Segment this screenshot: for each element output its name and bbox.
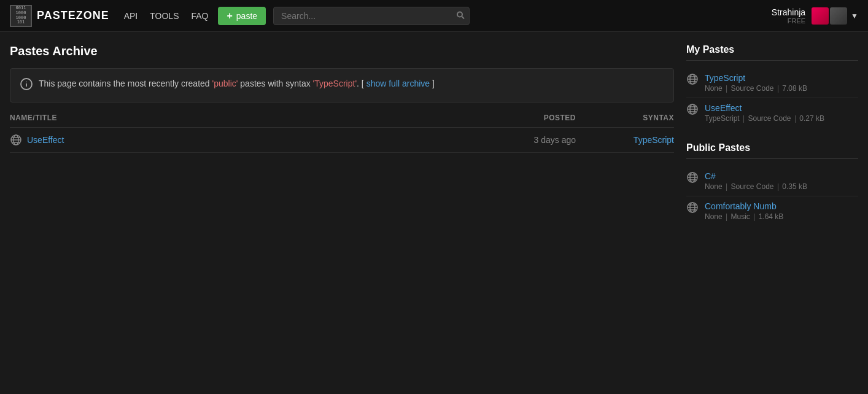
search-icon — [456, 10, 465, 19]
my-paste-meta3-1: 7.08 kB — [782, 84, 807, 93]
public-paste-meta3-1: 0.35 kB — [782, 182, 807, 191]
public-pastes-title: Public Pastes — [686, 142, 858, 159]
logo[interactable]: 0011 1000 1000 101 PASTEZONE — [10, 5, 109, 27]
nav-links: API TOOLS FAQ — [124, 11, 209, 21]
table-header: NAME/TITLE POSTED SYNTAX — [10, 107, 674, 128]
my-paste-meta1-2: TypeScript — [705, 114, 740, 123]
page-title: Pastes Archive — [10, 44, 674, 58]
content-area: Pastes Archive This page contains the mo… — [10, 44, 674, 241]
my-paste-meta-2: TypeScript | Source Code | 0.27 kB — [705, 114, 858, 123]
search-input[interactable] — [273, 7, 470, 25]
info-suffix: . [ — [357, 79, 364, 88]
svg-point-4 — [26, 82, 27, 83]
nav-api[interactable]: API — [124, 11, 138, 21]
my-paste-meta-1: None | Source Code | 7.08 kB — [705, 84, 858, 93]
col-posted-header: POSTED — [478, 114, 576, 122]
my-paste-title-2[interactable]: UseEffect — [705, 103, 858, 113]
my-paste-item-1: TypeScript None | Source Code | 7.08 kB — [686, 68, 858, 98]
svg-line-1 — [462, 17, 465, 19]
my-paste-meta3-2: 0.27 kB — [799, 114, 824, 123]
public-paste-title-2[interactable]: Comfortably Numb — [705, 201, 858, 211]
info-quote1: 'public' — [212, 79, 238, 88]
user-avatar-area[interactable]: ▼ — [812, 7, 858, 25]
paste-posted: 3 days ago — [478, 135, 576, 145]
public-paste-meta1-1: None — [705, 182, 723, 191]
info-box: This page contains the most recently cre… — [10, 68, 674, 102]
my-paste-item-2: UseEffect TypeScript | Source Code | 0.2… — [686, 98, 858, 128]
my-paste-meta2-1: Source Code — [730, 84, 773, 93]
public-paste-meta3-2: 1.64 kB — [759, 212, 784, 221]
header: 0011 1000 1000 101 PASTEZONE API TOOLS F… — [0, 0, 868, 32]
public-paste-meta2-2: Music — [730, 212, 750, 221]
public-pastes-section: Public Pastes C# None | Source Code | — [686, 142, 858, 226]
public-paste-meta-2: None | Music | 1.64 kB — [705, 212, 858, 221]
search-container — [273, 7, 470, 25]
avatar-images — [812, 7, 847, 25]
my-pastes-title: My Pastes — [686, 44, 858, 61]
public-paste-item-1: C# None | Source Code | 0.35 kB — [686, 166, 858, 196]
col-name-header: NAME/TITLE — [10, 114, 478, 122]
paste-name-cell: UseEffect — [10, 134, 478, 146]
info-mid: pastes with syntax — [238, 79, 312, 88]
my-paste-title-1[interactable]: TypeScript — [705, 73, 858, 83]
my-pastes-section: My Pastes TypeScript None | Source Code — [686, 44, 858, 128]
avatar-image-2 — [830, 7, 847, 25]
public-paste-meta-1: None | Source Code | 0.35 kB — [705, 182, 858, 191]
my-paste-info-1: TypeScript None | Source Code | 7.08 kB — [705, 73, 858, 93]
user-info: Strahinja FREE — [772, 7, 805, 25]
info-end: ] — [432, 79, 435, 88]
table-container: NAME/TITLE POSTED SYNTAX UseEffect 3 day… — [10, 107, 674, 153]
user-menu-chevron[interactable]: ▼ — [851, 12, 858, 20]
search-button[interactable] — [456, 10, 465, 21]
avatar-image-1 — [812, 7, 829, 25]
paste-syntax: TypeScript — [576, 135, 674, 145]
info-icon — [20, 78, 33, 93]
main-layout: Pastes Archive This page contains the mo… — [0, 32, 868, 253]
public-paste-title-1[interactable]: C# — [705, 171, 858, 181]
svg-point-0 — [457, 12, 462, 17]
header-right: Strahinja FREE ▼ — [772, 7, 858, 25]
my-paste-meta1-1: None — [705, 84, 723, 93]
public-paste-globe-icon-2 — [686, 201, 699, 214]
new-paste-button[interactable]: + paste — [218, 7, 266, 25]
my-paste-meta2-2: Source Code — [748, 114, 791, 123]
logo-icon: 0011 1000 1000 101 — [10, 5, 32, 27]
nav-faq[interactable]: FAQ — [191, 11, 208, 21]
paste-syntax-link[interactable]: TypeScript — [634, 135, 674, 145]
public-paste-globe-icon-1 — [686, 171, 699, 183]
sidebar: My Pastes TypeScript None | Source Code — [686, 44, 858, 241]
public-paste-info-1: C# None | Source Code | 0.35 kB — [705, 171, 858, 191]
my-paste-globe-icon-1 — [686, 73, 699, 85]
paste-title-link[interactable]: UseEffect — [27, 135, 64, 145]
user-plan: FREE — [788, 17, 805, 25]
info-prefix: This page contains the most recently cre… — [39, 79, 212, 88]
public-paste-info-2: Comfortably Numb None | Music | 1.64 kB — [705, 201, 858, 221]
public-paste-meta1-2: None — [705, 212, 723, 221]
user-name: Strahinja — [772, 7, 805, 17]
public-paste-meta2-1: Source Code — [730, 182, 773, 191]
col-syntax-header: SYNTAX — [576, 114, 674, 122]
table-row: UseEffect 3 days ago TypeScript — [10, 128, 674, 153]
nav-tools[interactable]: TOOLS — [150, 11, 179, 21]
logo-text: PASTEZONE — [37, 9, 109, 22]
info-quote2: 'TypeScript' — [313, 79, 357, 88]
plus-icon: + — [227, 10, 232, 21]
paste-globe-icon — [10, 134, 22, 146]
info-text: This page contains the most recently cre… — [39, 77, 435, 90]
my-paste-info-2: UseEffect TypeScript | Source Code | 0.2… — [705, 103, 858, 123]
my-paste-globe-icon-2 — [686, 103, 699, 115]
public-paste-item-2: Comfortably Numb None | Music | 1.64 kB — [686, 196, 858, 226]
new-paste-label: paste — [236, 11, 257, 21]
show-full-archive-link[interactable]: show full archive — [366, 79, 430, 88]
